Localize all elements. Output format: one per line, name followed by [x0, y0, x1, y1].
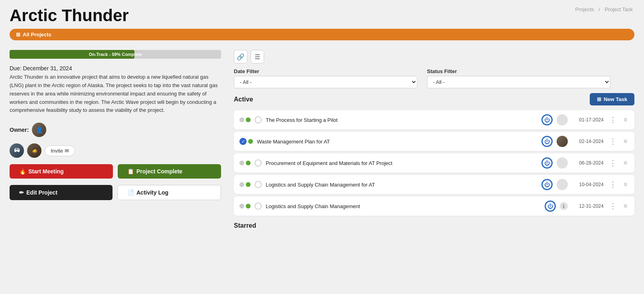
progress-bar-track: On-Track - 59% Complete: [10, 50, 221, 59]
owner-avatar: 👤: [32, 123, 46, 137]
power-icon-5[interactable]: ⏻: [545, 201, 556, 212]
owner-section: Owner: 👤: [10, 123, 221, 137]
more-options-icon-5[interactable]: ⋮: [608, 202, 618, 211]
due-date: Due: December 31, 2024: [10, 65, 221, 72]
project-complete-button[interactable]: 📋 Project Complete: [118, 164, 221, 179]
project-description: Arctic Thunder is an innovative project …: [10, 73, 221, 115]
member-avatar-1: 🕶: [10, 143, 24, 158]
dot-green-1: [246, 117, 251, 122]
dot-gray-3: [239, 161, 244, 165]
start-meeting-button[interactable]: 🔥 Start Meeting: [10, 164, 113, 179]
more-options-icon-2[interactable]: ⋮: [608, 137, 618, 146]
link-icon: 🔗: [237, 53, 245, 61]
dot-gray-5: [239, 204, 244, 209]
task-name-1: The Process for Starting a Pilot: [266, 117, 537, 123]
table-row: Logistics and Supply Chain Management ⏻ …: [234, 197, 634, 216]
task-date-4: 10-04-2024: [572, 182, 604, 187]
task-dots-3: [239, 161, 251, 165]
breadcrumb-projects[interactable]: Projects: [575, 6, 594, 12]
list-icon: 📄: [127, 189, 134, 196]
task-check-filled-2[interactable]: ✓: [239, 138, 247, 145]
task-check-1[interactable]: [255, 116, 262, 123]
power-icon-2[interactable]: ⏻: [541, 136, 553, 147]
due-date-label: Due:: [10, 65, 22, 72]
link-icon-button[interactable]: 🔗: [234, 50, 247, 64]
power-icon-4[interactable]: ⏻: [541, 179, 553, 190]
table-row: Logistics and Supply Chain Management fo…: [234, 175, 634, 194]
members-row: 🕶 🧔 Invite ✉: [10, 143, 221, 158]
date-filter-select[interactable]: - All -: [234, 76, 417, 88]
status-filter-group: Status Filter - All -: [427, 68, 610, 88]
start-meeting-label: Start Meeting: [28, 168, 64, 175]
status-filter-label: Status Filter: [427, 68, 610, 74]
edit-project-label: Edit Project: [26, 189, 57, 196]
list-view-button[interactable]: ☰: [251, 50, 264, 64]
invite-label: Invite: [51, 148, 63, 154]
assignee-slot-4: [557, 179, 568, 190]
progress-bar-container: On-Track - 59% Complete: [10, 50, 221, 59]
power-icon-3[interactable]: ⏻: [541, 157, 553, 169]
task-date-5: 12-31-2024: [572, 203, 604, 209]
toolbar: 🔗 ☰: [234, 50, 634, 64]
task-dots-2: ✓: [239, 138, 253, 145]
list-view-icon: ☰: [255, 53, 260, 61]
new-task-label: New Task: [604, 96, 627, 102]
dot-gray-1: [239, 117, 244, 122]
task-check-4[interactable]: [255, 181, 262, 188]
date-filter-group: Date Filter - All -: [234, 68, 417, 88]
table-row: Procurement of Equipment and Materials f…: [234, 153, 634, 173]
edit-project-button[interactable]: ✏ Edit Project: [10, 185, 113, 200]
breadcrumb-separator: /: [599, 6, 600, 12]
all-projects-button[interactable]: ⊞ All Projects: [10, 29, 634, 40]
task-badge-5: 1: [560, 202, 568, 210]
left-panel: On-Track - 59% Complete Due: December 31…: [10, 50, 221, 288]
starred-label: Starred: [234, 222, 256, 229]
task-check-5[interactable]: [255, 203, 262, 210]
more-options-icon-3[interactable]: ⋮: [608, 159, 618, 167]
more-options-icon-4[interactable]: ⋮: [608, 180, 618, 189]
new-task-button[interactable]: ⊞ New Task: [590, 93, 634, 105]
task-dots-1: [239, 117, 251, 122]
table-row: The Process for Starting a Pilot ⏻ 01-17…: [234, 110, 634, 129]
pencil-icon: ✏: [19, 189, 24, 196]
activity-log-button[interactable]: 📄 Activity Log: [117, 185, 221, 200]
assignee-avatar-2: [557, 136, 568, 147]
task-name-2: Waste Management Plan for AT: [257, 139, 537, 145]
task-name-4: Logistics and Supply Chain Management fo…: [266, 182, 537, 188]
dot-green-3: [246, 161, 251, 165]
breadcrumb: Projects / Project Task: [574, 6, 634, 12]
plus-icon: ⊞: [597, 96, 601, 102]
task-list: The Process for Starting a Pilot ⏻ 01-17…: [234, 110, 634, 216]
all-projects-label: All Projects: [23, 32, 51, 38]
starred-section: Starred: [234, 222, 634, 229]
status-filter-select[interactable]: - All -: [427, 76, 610, 88]
dot-green-4: [246, 182, 251, 187]
drag-handle-icon-2[interactable]: ≡: [622, 138, 629, 145]
more-options-icon-1[interactable]: ⋮: [608, 115, 618, 124]
page: Projects / Project Task Arctic Thunder ⊞…: [0, 0, 644, 294]
drag-handle-icon-5[interactable]: ≡: [622, 203, 629, 210]
task-name-5: Logistics and Supply Chain Management: [266, 203, 541, 209]
grid-icon: ⊞: [16, 32, 20, 38]
filters-row: Date Filter - All - Status Filter - All …: [234, 68, 634, 88]
right-panel: 🔗 ☰ Date Filter - All - Status Filter: [234, 50, 634, 288]
task-date-1: 01-17-2024: [572, 117, 604, 123]
drag-handle-icon-4[interactable]: ≡: [622, 181, 629, 188]
task-dots-4: [239, 182, 251, 187]
drag-handle-icon-1[interactable]: ≡: [622, 116, 629, 123]
dot-green-2: [248, 139, 253, 144]
task-date-2: 02-14-2024: [572, 139, 604, 144]
main-content: On-Track - 59% Complete Due: December 31…: [10, 50, 634, 288]
task-check-3[interactable]: [255, 159, 262, 167]
activity-log-label: Activity Log: [136, 189, 168, 196]
drag-handle-icon-3[interactable]: ≡: [622, 159, 629, 167]
send-icon: ✉: [65, 148, 69, 154]
dot-green-5: [246, 204, 251, 209]
assignee-slot-3: [557, 157, 568, 169]
member-avatar-2: 🧔: [27, 143, 41, 158]
owner-label: Owner:: [10, 127, 29, 133]
invite-button[interactable]: Invite ✉: [45, 145, 75, 156]
task-name-3: Procurement of Equipment and Materials f…: [266, 160, 537, 166]
power-icon-1[interactable]: ⏻: [541, 114, 553, 125]
action-row-2: ✏ Edit Project 📄 Activity Log: [10, 185, 221, 200]
